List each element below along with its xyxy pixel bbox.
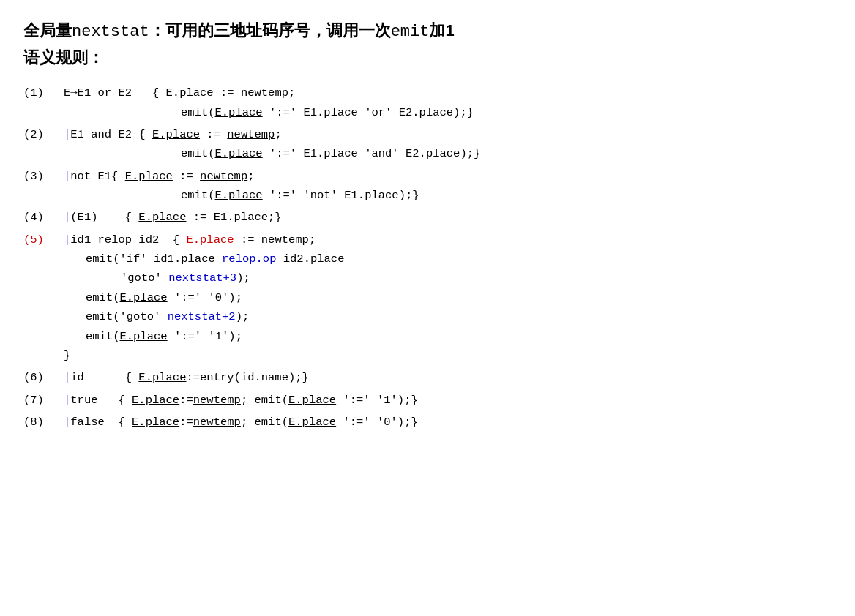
rule-1-body: E→E1 or E2 { E.place := newtemp; emit(E.… xyxy=(64,83,832,122)
rule-3: (3) |not E1{ E.place := newtemp; emit(E.… xyxy=(23,167,832,206)
rule-1-num: (1) xyxy=(23,83,64,102)
rule-7: (7) |true { E.place:=newtemp; emit(E.pla… xyxy=(23,391,832,410)
header-text: 全局量nextstat：可用的三地址码序号，调用一次emit加1 语义规则： xyxy=(23,18,832,70)
header-line2: 语义规则： xyxy=(23,48,104,67)
rule-6: (6) |id { E.place:=entry(id.name);} xyxy=(23,368,832,387)
rule-1: (1) E→E1 or E2 { E.place := newtemp; emi… xyxy=(23,83,832,122)
rule-6-num: (6) xyxy=(23,368,64,387)
rule-4-body: |(E1) { E.place := E1.place;} xyxy=(64,208,832,227)
rule-2-body: |E1 and E2 { E.place := newtemp; emit(E.… xyxy=(64,125,832,164)
rule-6-body: |id { E.place:=entry(id.name);} xyxy=(64,368,832,387)
rule-7-body: |true { E.place:=newtemp; emit(E.place '… xyxy=(64,391,832,410)
rules-container: (1) E→E1 or E2 { E.place := newtemp; emi… xyxy=(23,83,832,432)
rule-8-body: |false { E.place:=newtemp; emit(E.place … xyxy=(64,413,832,432)
rule-2: (2) |E1 and E2 { E.place := newtemp; emi… xyxy=(23,125,832,164)
rule-5: (5) |id1 relop id2 { E.place := newtemp;… xyxy=(23,230,832,365)
rule-3-body: |not E1{ E.place := newtemp; emit(E.plac… xyxy=(64,167,832,206)
rule-3-num: (3) xyxy=(23,167,64,186)
rule-8: (8) |false { E.place:=newtemp; emit(E.pl… xyxy=(23,413,832,432)
rule-4: (4) |(E1) { E.place := E1.place;} xyxy=(23,208,832,227)
rule-5-num: (5) xyxy=(23,230,64,249)
rule-5-body: |id1 relop id2 { E.place := newtemp; emi… xyxy=(64,230,832,365)
rule-2-num: (2) xyxy=(23,125,64,144)
rule-8-num: (8) xyxy=(23,413,64,432)
rule-4-num: (4) xyxy=(23,208,64,227)
header-line1: 全局量nextstat：可用的三地址码序号，调用一次emit加1 xyxy=(23,21,455,40)
rule-7-num: (7) xyxy=(23,391,64,410)
